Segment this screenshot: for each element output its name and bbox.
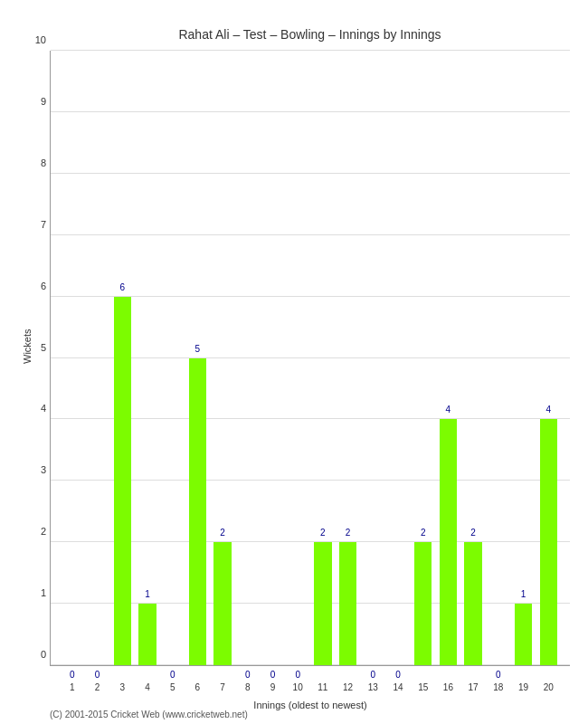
x-tick-label: 16 — [443, 682, 453, 692]
bar: 4 — [540, 419, 557, 665]
bar-group: 215 — [411, 51, 436, 665]
y-tick-label: 1 — [24, 587, 46, 598]
bar-value-label: 4 — [446, 405, 451, 414]
y-tick-label: 5 — [24, 342, 46, 353]
y-tick-label: 10 — [24, 34, 46, 45]
x-tick-label: 3 — [119, 682, 125, 692]
bar-value-label: 6 — [119, 282, 125, 292]
x-tick-label: 11 — [318, 682, 327, 692]
x-tick-label: 10 — [293, 682, 303, 692]
bar-group: 02 — [85, 51, 110, 665]
bar: 2 — [213, 542, 231, 665]
y-tick-label: 7 — [24, 219, 46, 230]
bar-group: 56 — [185, 51, 211, 665]
bar-group: 08 — [235, 51, 261, 665]
bar-group: 14 — [135, 51, 160, 665]
chart-container: Rahat Ali – Test – Bowling – Innings by … — [0, 0, 588, 724]
x-tick-label: 19 — [518, 682, 528, 692]
y-tick-label: 4 — [24, 403, 46, 414]
bar-group: 416 — [436, 51, 461, 665]
bar: 2 — [464, 542, 481, 665]
x-tick-label: 13 — [368, 682, 378, 692]
bar-value-label: 5 — [195, 344, 201, 354]
bars-wrapper: 0102631405562708090102112120130142154162… — [51, 51, 570, 665]
x-tick-label: 20 — [544, 682, 554, 692]
bar-zero-label: 0 — [371, 670, 376, 680]
x-tick-label: 5 — [170, 682, 175, 692]
bar-zero-label: 0 — [70, 670, 75, 680]
bar-group: 010 — [285, 51, 310, 665]
bar-group: 119 — [511, 51, 536, 665]
bar-value-label: 2 — [421, 528, 426, 538]
bar: 2 — [314, 542, 331, 665]
chart-area: Wickets 012345678910 0102631405562708090… — [50, 51, 570, 666]
x-tick-label: 7 — [220, 682, 225, 692]
bar-value-label: 1 — [145, 589, 150, 599]
x-tick-label: 18 — [493, 682, 503, 692]
x-tick-label: 6 — [195, 682, 201, 692]
y-tick-label: 2 — [24, 526, 46, 537]
bar-group: 212 — [336, 51, 361, 665]
x-tick-label: 9 — [270, 682, 276, 692]
x-tick-label: 12 — [343, 682, 353, 692]
bar: 1 — [515, 604, 532, 665]
bar-group: 63 — [109, 51, 135, 665]
x-tick-label: 1 — [70, 682, 75, 692]
bar: 2 — [414, 542, 432, 665]
bar: 5 — [189, 358, 206, 666]
bar-value-label: 2 — [320, 528, 326, 538]
y-tick-label: 6 — [24, 281, 46, 291]
x-tick-label: 4 — [145, 682, 150, 692]
bar: 6 — [114, 297, 131, 665]
bar: 2 — [339, 542, 356, 665]
bar-value-label: 4 — [545, 405, 551, 414]
bar-zero-label: 0 — [245, 670, 251, 680]
y-tick-label: 0 — [24, 649, 46, 660]
bar-value-label: 1 — [521, 589, 526, 599]
bar-group: 018 — [486, 51, 511, 665]
bar-zero-label: 0 — [170, 670, 175, 680]
bar-zero-label: 0 — [95, 670, 100, 680]
copyright: (C) 2001-2015 Cricket Web (www.cricketwe… — [50, 710, 248, 719]
bar: 1 — [138, 604, 156, 665]
bar-value-label: 2 — [470, 528, 476, 538]
chart-title: Rahat Ali – Test – Bowling – Innings by … — [50, 27, 570, 42]
bar-zero-label: 0 — [295, 670, 300, 680]
x-axis-label: Innings (oldest to newest) — [253, 700, 366, 710]
bar-zero-label: 0 — [270, 670, 276, 680]
x-tick-label: 2 — [95, 682, 100, 692]
bar-group: 217 — [460, 51, 486, 665]
x-tick-label: 17 — [469, 682, 479, 692]
bar: 4 — [440, 419, 457, 665]
bar-group: 013 — [360, 51, 385, 665]
bar-value-label: 2 — [346, 528, 351, 538]
bar-group: 420 — [536, 51, 561, 665]
bar-group: 05 — [160, 51, 185, 665]
bar-zero-label: 0 — [395, 670, 401, 680]
y-tick-label: 8 — [24, 157, 46, 168]
x-tick-label: 15 — [418, 682, 428, 692]
bar-value-label: 2 — [220, 528, 225, 538]
bar-group: 211 — [310, 51, 336, 665]
bar-zero-label: 0 — [496, 670, 501, 680]
bar-group: 27 — [210, 51, 235, 665]
bar-group: 09 — [261, 51, 286, 665]
x-tick-label: 14 — [393, 682, 403, 692]
bar-group: 01 — [60, 51, 85, 665]
y-tick-label: 9 — [24, 96, 46, 107]
bar-group: 014 — [385, 51, 411, 665]
y-tick-label: 3 — [24, 464, 46, 475]
x-tick-label: 8 — [245, 682, 251, 692]
